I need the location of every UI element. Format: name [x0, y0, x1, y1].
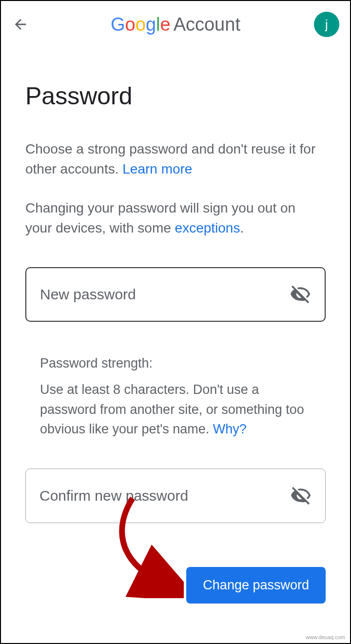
confirm-password-field-wrap[interactable] — [25, 468, 326, 523]
learn-more-link[interactable]: Learn more — [122, 161, 192, 176]
google-logo-g: G — [111, 14, 125, 35]
desc2-text: Changing your password will sign you out… — [25, 200, 295, 235]
description-1: Choose a strong password and don't reuse… — [25, 139, 326, 179]
google-logo-e: e — [160, 14, 170, 35]
button-row: Change password — [25, 567, 326, 604]
google-logo-o2: o — [136, 14, 146, 35]
password-strength-section: Password strength: Use at least 8 charac… — [25, 356, 326, 439]
google-logo-g2: g — [146, 14, 156, 35]
description-2: Changing your password will sign you out… — [25, 198, 326, 238]
account-label: Account — [174, 14, 240, 35]
toggle-visibility-icon[interactable] — [290, 284, 311, 305]
back-arrow-icon[interactable] — [11, 15, 30, 34]
avatar-letter: j — [325, 17, 328, 32]
new-password-input[interactable] — [40, 286, 290, 303]
why-link[interactable]: Why? — [213, 422, 247, 436]
watermark: www.deuaq.com — [306, 634, 345, 640]
confirm-password-input[interactable] — [39, 488, 290, 504]
header: Google Account j — [1, 1, 350, 48]
desc2-tail: . — [240, 220, 244, 235]
change-password-button[interactable]: Change password — [186, 567, 326, 604]
toggle-visibility-icon-confirm[interactable] — [290, 485, 312, 507]
strength-title: Password strength: — [40, 356, 311, 371]
exceptions-link[interactable]: exceptions — [175, 220, 240, 235]
strength-text: Use at least 8 characters. Don't use a p… — [40, 382, 304, 436]
app-title: Google Account — [111, 14, 240, 35]
google-logo-l: l — [156, 14, 160, 35]
strength-description: Use at least 8 characters. Don't use a p… — [40, 380, 311, 439]
avatar[interactable]: j — [314, 12, 339, 37]
google-logo-o1: o — [125, 14, 136, 35]
content: Password Choose a strong password and do… — [1, 82, 350, 604]
new-password-field-wrap[interactable] — [25, 267, 326, 322]
page-title: Password — [25, 82, 326, 110]
